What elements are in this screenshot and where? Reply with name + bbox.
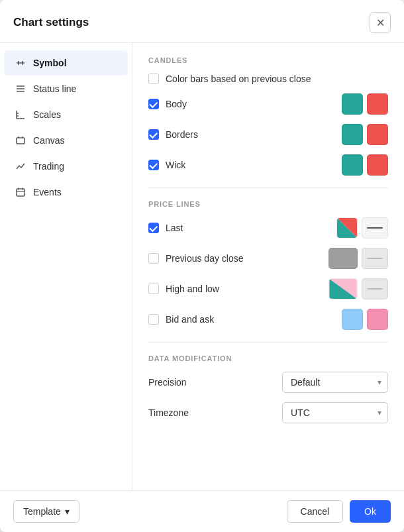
wick-color-red[interactable] [367, 154, 388, 176]
sidebar-label-canvas: Canvas [33, 135, 64, 146]
color-bars-row: Color bars based on previous close [148, 74, 388, 84]
last-color-row [336, 217, 388, 239]
close-button[interactable]: ✕ [370, 12, 391, 33]
footer-actions: Cancel Ok [287, 500, 391, 523]
body-color-green[interactable] [342, 93, 363, 115]
events-icon [15, 186, 26, 198]
sidebar-item-events[interactable]: Events [4, 180, 128, 205]
wick-color-pair [342, 154, 388, 176]
precision-select[interactable]: Default 0 1 2 3 4 [282, 372, 388, 393]
dialog-footer: Template ▾ Cancel Ok [0, 490, 404, 532]
close-icon: ✕ [376, 17, 385, 29]
divider-1 [148, 187, 388, 188]
dialog-body: Symbol Status line [0, 43, 404, 490]
timezone-label: Timezone [148, 407, 282, 418]
sidebar: Symbol Status line [0, 43, 132, 490]
color-bars-checkbox[interactable] [148, 74, 159, 84]
sidebar-item-trading[interactable]: Trading [4, 154, 128, 179]
borders-checkbox-row: Borders [148, 129, 342, 140]
body-label: Body [166, 99, 342, 109]
body-checkbox-row: Body [148, 99, 342, 109]
dialog-title: Chart settings [13, 16, 89, 29]
divider-2 [148, 342, 388, 343]
main-content: CANDLES Color bars based on previous clo… [132, 43, 404, 490]
cancel-button[interactable]: Cancel [287, 500, 344, 523]
precision-label: Precision [148, 377, 282, 388]
bid-ask-swatch-pink[interactable] [367, 309, 388, 330]
timezone-row: Timezone UTC Exchange New York London To… [148, 402, 388, 423]
svg-rect-13 [17, 189, 25, 196]
last-line-indicator[interactable] [362, 217, 388, 239]
sidebar-label-events: Events [33, 187, 62, 197]
high-low-checkbox-row: High and low [148, 284, 328, 294]
body-color-red[interactable] [367, 93, 388, 115]
precision-select-wrapper: Default 0 1 2 3 4 ▾ [282, 372, 388, 393]
last-row: Last [148, 217, 388, 239]
canvas-icon [15, 134, 26, 146]
candles-section-label: CANDLES [148, 56, 388, 64]
high-low-checkbox[interactable] [148, 284, 159, 294]
sidebar-item-symbol[interactable]: Symbol [4, 50, 128, 76]
high-low-line[interactable] [362, 278, 388, 299]
wick-label: Wick [166, 160, 342, 170]
last-split-swatch[interactable] [336, 217, 358, 239]
high-low-color-row [328, 278, 388, 299]
bid-ask-color-row [342, 309, 388, 330]
sidebar-item-scales[interactable]: Scales [4, 102, 128, 127]
sidebar-label-symbol: Symbol [33, 58, 67, 68]
body-row: Body [148, 93, 388, 115]
body-color-pair [342, 93, 388, 115]
last-label: Last [166, 223, 336, 233]
body-checkbox[interactable] [148, 99, 159, 109]
bid-ask-checkbox-row: Bid and ask [148, 314, 342, 325]
last-checkbox-row: Last [148, 223, 336, 233]
prev-day-close-checkbox[interactable] [148, 253, 159, 264]
sidebar-label-trading: Trading [33, 161, 64, 172]
color-bars-label: Color bars based on previous close [166, 74, 311, 84]
wick-checkbox-row: Wick [148, 160, 342, 170]
sidebar-label-scales: Scales [33, 109, 61, 120]
wick-color-green[interactable] [342, 154, 363, 176]
sidebar-item-canvas[interactable]: Canvas [4, 128, 128, 153]
template-dropdown-icon: ▾ [65, 506, 70, 517]
color-bars-checkbox-row: Color bars based on previous close [148, 74, 311, 84]
precision-row: Precision Default 0 1 2 3 4 ▾ [148, 372, 388, 393]
borders-checkbox[interactable] [148, 129, 159, 140]
symbol-icon [15, 57, 26, 69]
bid-ask-checkbox[interactable] [148, 314, 159, 325]
sidebar-label-status-line: Status line [33, 83, 76, 94]
template-button[interactable]: Template ▾ [13, 500, 79, 523]
borders-label: Borders [166, 129, 342, 140]
wick-row: Wick [148, 154, 388, 176]
prev-day-close-swatch[interactable] [328, 248, 358, 269]
borders-color-green[interactable] [342, 124, 363, 145]
status-line-icon [15, 83, 26, 95]
prev-day-close-color-row [328, 248, 388, 269]
sidebar-item-status-line[interactable]: Status line [4, 76, 128, 101]
high-low-label: High and low [166, 284, 328, 294]
scales-icon [15, 109, 26, 121]
prev-day-close-label: Previous day close [166, 253, 328, 264]
bid-ask-label: Bid and ask [166, 314, 342, 325]
high-low-split-swatch[interactable] [328, 278, 358, 299]
chart-settings-dialog: Chart settings ✕ Symbol [0, 0, 404, 532]
trading-icon [15, 160, 26, 172]
svg-rect-10 [17, 138, 25, 144]
high-low-row: High and low [148, 278, 388, 299]
timezone-select[interactable]: UTC Exchange New York London Tokyo [282, 402, 388, 423]
borders-color-red[interactable] [367, 124, 388, 145]
wick-checkbox[interactable] [148, 160, 159, 170]
last-checkbox[interactable] [148, 223, 159, 233]
prev-day-close-row: Previous day close [148, 248, 388, 269]
dialog-header: Chart settings ✕ [0, 0, 404, 43]
ok-button[interactable]: Ok [350, 500, 391, 523]
data-modification-label: DATA MODIFICATION [148, 354, 388, 362]
borders-color-pair [342, 124, 388, 145]
template-label: Template [23, 506, 61, 517]
bid-ask-row: Bid and ask [148, 309, 388, 330]
prev-day-close-line[interactable] [362, 248, 388, 269]
bid-ask-swatch-blue[interactable] [342, 309, 363, 330]
prev-day-close-checkbox-row: Previous day close [148, 253, 328, 264]
price-lines-section-label: PRICE LINES [148, 200, 388, 208]
borders-row: Borders [148, 124, 388, 145]
